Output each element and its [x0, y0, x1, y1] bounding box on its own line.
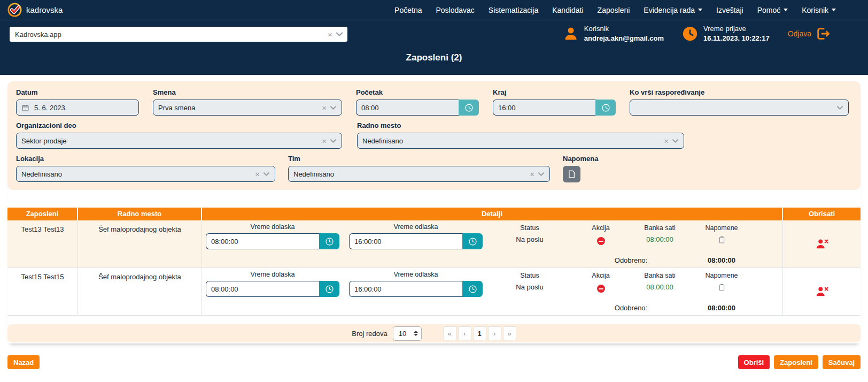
- nav-item-evidencija-rada[interactable]: Evidencija rada: [644, 6, 702, 14]
- arrival-label: Vreme dolaska: [206, 223, 339, 231]
- col-header-detalji: Detalji: [202, 208, 783, 220]
- kraj-input[interactable]: 16:00: [493, 100, 595, 116]
- radno-mesto-label: Radno mesto: [357, 121, 684, 129]
- nav-item-zaposleni[interactable]: Zaposleni: [598, 6, 630, 14]
- rows-per-page-select[interactable]: 10: [393, 326, 422, 341]
- delete-button[interactable]: Obriši: [738, 355, 770, 369]
- clock-icon: [324, 284, 335, 294]
- arrival-time-input[interactable]: 08:00:00: [206, 281, 319, 297]
- nav-item-kandidati[interactable]: Kandidati: [552, 6, 583, 14]
- col-header-radno-mesto: Radno mesto: [78, 208, 202, 220]
- no-entry-icon[interactable]: [597, 237, 605, 245]
- kraj-field: Kraj 16:00: [493, 88, 616, 116]
- page-last-button[interactable]: »: [503, 326, 516, 340]
- clear-icon[interactable]: ×: [322, 104, 327, 112]
- datum-field: Datum 5. 6. 2023.: [16, 88, 139, 116]
- lokacija-select[interactable]: Nedefinisano ×: [16, 166, 275, 182]
- back-button[interactable]: Nazad: [7, 355, 40, 369]
- nav-item-sistematizacija[interactable]: Sistematizacija: [489, 6, 538, 14]
- pagination-buttons: « ‹ 1 › »: [443, 326, 516, 340]
- pocetak-label: Početak: [356, 88, 479, 96]
- brand-name: kadrovska: [26, 5, 63, 14]
- page-next-button[interactable]: ›: [488, 326, 501, 340]
- nav-item-izvestaji[interactable]: Izveštaji: [716, 6, 743, 14]
- clock-icon: [324, 236, 335, 247]
- pocetak-input[interactable]: 08:00: [356, 100, 459, 116]
- app-select-value: Kadrovska.app: [15, 30, 328, 39]
- clear-icon[interactable]: ×: [664, 137, 669, 145]
- nav-item-pocetna[interactable]: Početna: [394, 6, 422, 14]
- user-email: andreja.akn@gmail.com: [584, 34, 664, 43]
- arrival-clock-button[interactable]: [319, 233, 339, 249]
- tim-field: Tim Nedefinisano ×: [288, 155, 550, 182]
- user-icon: [563, 26, 579, 42]
- radno-mesto-select[interactable]: Nedefinisano ×: [357, 133, 684, 149]
- nav-item-korisnik[interactable]: Korisnik: [802, 6, 836, 14]
- login-time-value: 16.11.2023. 10:22:17: [703, 34, 770, 43]
- employees-button[interactable]: Zaposleni: [774, 355, 818, 369]
- clock-icon: [468, 236, 478, 247]
- org-deo-select[interactable]: Sektor prodaje ×: [16, 133, 342, 149]
- arrival-clock-button[interactable]: [319, 281, 339, 297]
- no-entry-icon[interactable]: [597, 285, 605, 293]
- clear-icon[interactable]: ×: [255, 170, 260, 178]
- rasporedjivanje-field: Ko vrši raspoređivanje: [630, 88, 849, 116]
- page-prev-button[interactable]: ‹: [458, 326, 471, 340]
- banka-sati-value: 08:00:00: [646, 235, 673, 243]
- login-time-label: Vreme prijave: [703, 25, 770, 33]
- departure-label: Vreme odlaska: [349, 271, 483, 278]
- datum-input[interactable]: 5. 6. 2023.: [16, 100, 139, 116]
- page-number-button[interactable]: 1: [473, 326, 486, 340]
- employee-position: Šef maloprodajnog objekta: [78, 268, 202, 316]
- smena-value: Prva smena: [158, 104, 322, 112]
- napomena-button[interactable]: [563, 166, 580, 182]
- arrival-time-field: Vreme dolaska 08:00:00: [206, 271, 339, 297]
- clipboard-icon[interactable]: [718, 235, 726, 244]
- kraj-clock-button[interactable]: [595, 100, 616, 116]
- chevron-down-icon: [330, 139, 337, 143]
- akcija-col: Akcija: [577, 271, 625, 293]
- clipboard-icon[interactable]: [718, 283, 726, 292]
- lokacija-label: Lokacija: [16, 155, 275, 163]
- pocetak-clock-button[interactable]: [459, 100, 479, 116]
- delete-employee-icon[interactable]: [815, 285, 829, 298]
- akcija-col: Akcija: [577, 223, 625, 245]
- nav-item-poslodavac[interactable]: Poslodavac: [436, 6, 474, 14]
- page-title: Zaposleni (2): [0, 52, 868, 63]
- clock-icon: [468, 284, 478, 294]
- save-button[interactable]: Sačuvaj: [823, 355, 861, 369]
- app-select[interactable]: Kadrovska.app ×: [10, 27, 347, 42]
- clear-icon[interactable]: ×: [530, 170, 534, 178]
- banka-sati-value: 08:00:00: [646, 283, 673, 291]
- rasporedjivanje-select[interactable]: [630, 100, 849, 116]
- employee-name: Test13 Test13: [7, 220, 78, 268]
- org-deo-label: Organizacioni deo: [16, 121, 342, 129]
- departure-time-input[interactable]: 16:00:00: [349, 233, 462, 249]
- clear-icon[interactable]: ×: [322, 137, 327, 145]
- caret-down-icon: [784, 9, 788, 11]
- arrival-time-field: Vreme dolaska 08:00:00: [206, 223, 339, 249]
- departure-time-input[interactable]: 16:00:00: [349, 281, 462, 297]
- napomene-col: Napomene: [695, 223, 748, 246]
- nav-item-pomoc[interactable]: Pomoć: [757, 6, 788, 14]
- delete-employee-icon[interactable]: [815, 238, 829, 250]
- departure-clock-button[interactable]: [462, 233, 483, 249]
- smena-select[interactable]: Prva smena ×: [153, 100, 342, 116]
- radno-mesto-field: Radno mesto Nedefinisano ×: [357, 121, 684, 149]
- napomene-label: Napomene: [695, 224, 748, 232]
- org-deo-value: Sektor prodaje: [21, 137, 322, 145]
- page-first-button[interactable]: «: [443, 326, 456, 340]
- logout-link[interactable]: Odjava: [788, 26, 831, 41]
- employee-position: Šef maloprodajnog objekta: [78, 220, 202, 268]
- clear-icon[interactable]: ×: [328, 30, 332, 39]
- user-info: Korisnik andreja.akn@gmail.com: [563, 25, 664, 43]
- chevron-down-icon: [538, 172, 545, 177]
- tim-select[interactable]: Nedefinisano ×: [288, 166, 550, 182]
- arrival-time-input[interactable]: 08:00:00: [206, 233, 319, 249]
- departure-clock-button[interactable]: [462, 281, 483, 297]
- banka-sati-label: Banka sati: [634, 224, 685, 232]
- brand[interactable]: kadrovska: [7, 3, 63, 17]
- table-row: Test15 Test15 Šef maloprodajnog objekta …: [7, 268, 861, 316]
- odobreno-value: 08:00:00: [695, 304, 748, 312]
- login-time-info: Vreme prijave 16.11.2023. 10:22:17: [682, 25, 770, 43]
